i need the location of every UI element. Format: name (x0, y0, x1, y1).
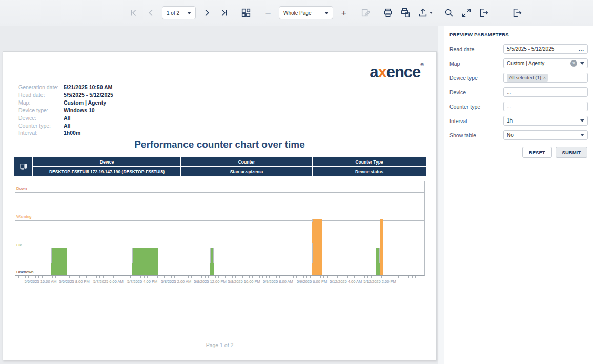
print-page-button[interactable] (399, 6, 412, 19)
export-download-button[interactable] (416, 6, 434, 19)
registered-mark: ® (420, 62, 424, 67)
edit-watermark-button[interactable] (359, 6, 373, 19)
chip-remove-icon[interactable]: × (543, 75, 546, 80)
level-label-ok: Ok (16, 242, 22, 247)
last-page-button[interactable] (217, 6, 231, 19)
level-label-unknown: Unknown (16, 270, 33, 274)
x-tick-label: 5/9/2025 6:00 PM (297, 279, 327, 284)
x-tick-label: 5/7/2025 4:00 PM (127, 279, 157, 284)
multipage-layout-icon (240, 7, 252, 18)
status-bar-ok (132, 248, 158, 275)
x-tick-label: 5/8/2025 10:00 PM (228, 279, 260, 284)
table-value-counter: Stan urządzenia (181, 167, 312, 176)
map-select[interactable]: Custom | Agenty × (503, 58, 588, 68)
meta-row: Interval:1h00m (18, 129, 113, 137)
device-icon (14, 157, 32, 176)
device-type-input[interactable]: All selected (1)× (503, 73, 588, 83)
field-row-device: Device ... (449, 87, 588, 97)
report-meta: Generation date:5/21/2025 10:50 AM Read … (18, 84, 113, 137)
zoom-in-button[interactable]: + (337, 6, 351, 19)
zoom-selector-value: Whole Page (283, 10, 311, 16)
x-tick-label: 5/8/2025 2:00 AM (161, 279, 191, 284)
report-page: axence® Generation date:5/21/2025 10:50 … (3, 51, 437, 360)
status-bar-ok (51, 248, 67, 275)
page-selector[interactable]: 1 of 2 (162, 6, 196, 19)
table-header-counter-type: Counter Type (313, 157, 426, 166)
read-date-input[interactable]: 5/5/2025 - 5/12/2025 ... (503, 44, 588, 54)
panel-title: PREVIEW PARAMETERS (449, 32, 509, 37)
warning-level-line (15, 220, 424, 221)
page-footer: Page 1 of 2 (3, 342, 436, 348)
field-row-interval: Interval 1h (449, 116, 588, 126)
vertical-scrollbar[interactable] (438, 26, 444, 364)
meta-row: Read date:5/5/2025 - 5/12/2025 (18, 91, 113, 99)
meta-row: Map:Custom | Agenty (18, 99, 113, 107)
search-icon (443, 7, 455, 18)
x-tick-label: 5/8/2025 12:00 PM (194, 279, 226, 284)
exit-arrow-icon (478, 7, 489, 18)
minus-icon: − (265, 8, 271, 18)
reset-button[interactable]: RESET (522, 147, 552, 158)
counter-header-table: Device Counter Counter Type DESKTOP-FS5T… (14, 157, 426, 176)
preview-parameters-panel: PREVIEW PARAMETERS Read date 5/5/2025 - … (444, 26, 593, 364)
meta-row: Counter type:All (18, 122, 113, 130)
fullscreen-icon (461, 7, 472, 18)
fullscreen-button[interactable] (460, 6, 473, 19)
table-header-device: Device (33, 157, 180, 166)
zoom-out-button[interactable]: − (261, 6, 275, 19)
meta-row: Device type:Windows 10 (18, 107, 113, 114)
toolbar-divider (235, 6, 235, 19)
printer-page-icon (400, 7, 411, 18)
exit-preview-button[interactable] (510, 6, 524, 19)
search-button[interactable] (442, 6, 456, 19)
zoom-selector[interactable]: Whole Page (279, 6, 333, 19)
field-row-counter-type: Counter type ... (449, 102, 588, 111)
print-button[interactable] (381, 6, 395, 19)
x-tick-label: 5/9/2025 8:00 AM (263, 279, 293, 284)
first-page-icon (128, 7, 139, 18)
x-tick-label: 5/12/2025 4:00 AM (330, 279, 362, 284)
next-page-button[interactable] (200, 6, 213, 19)
status-bar-warning (312, 219, 323, 275)
ok-level-line (15, 249, 424, 249)
chevron-down-icon (580, 62, 584, 65)
field-row-device-type: Device type All selected (1)× (449, 73, 588, 83)
down-level-line (15, 192, 424, 193)
selected-chip[interactable]: All selected (1)× (507, 74, 548, 82)
report-preview-window: 1 of 2 − Whole Page + (0, 0, 593, 364)
status-bar-warning (380, 219, 383, 275)
multipage-layout-button[interactable] (239, 6, 253, 19)
report-title: Performance counter chart over time (3, 139, 436, 150)
ellipsis-button[interactable]: ... (579, 46, 584, 52)
field-row-map: Map Custom | Agenty × (449, 58, 588, 68)
exit-arrow-icon (512, 7, 523, 18)
chevron-down-icon (430, 12, 433, 14)
chevron-left-icon (146, 7, 157, 18)
interval-select[interactable]: 1h (503, 116, 588, 126)
counter-type-input[interactable]: ... (503, 102, 588, 111)
submit-button[interactable]: SUBMIT (556, 147, 587, 158)
clear-icon[interactable]: × (570, 60, 577, 67)
meta-row: Device:All (18, 114, 113, 122)
table-value-counter-type: Device status (313, 167, 426, 176)
export-upload-icon (417, 7, 428, 18)
toolbar-divider (257, 6, 257, 19)
chevron-down-icon (324, 12, 329, 14)
status-bar-ok (210, 248, 214, 275)
chevron-right-icon (201, 7, 212, 18)
status-bar-ok (376, 248, 380, 275)
x-tick-label: 5/12/2025 2:00 PM (363, 279, 396, 284)
axence-logo: axence® (370, 62, 424, 82)
field-row-read-date: Read date 5/5/2025 - 5/12/2025 ... (449, 44, 588, 54)
device-input[interactable]: ... (503, 87, 588, 97)
field-row-show-table: Show table No (449, 130, 588, 140)
chevron-down-icon (580, 134, 584, 136)
export-document-button[interactable] (477, 6, 490, 19)
printer-icon (382, 7, 394, 18)
status-chart-plot: Down Warning Ok Unknown (15, 181, 425, 276)
first-page-button[interactable] (127, 6, 140, 19)
x-axis-labels: 5/6/2025 10:00 AM5/6/2025 8:00 PM5/7/202… (15, 279, 425, 286)
toolbar-divider (377, 6, 377, 19)
show-table-select[interactable]: No (503, 130, 588, 140)
previous-page-button[interactable] (145, 6, 158, 19)
